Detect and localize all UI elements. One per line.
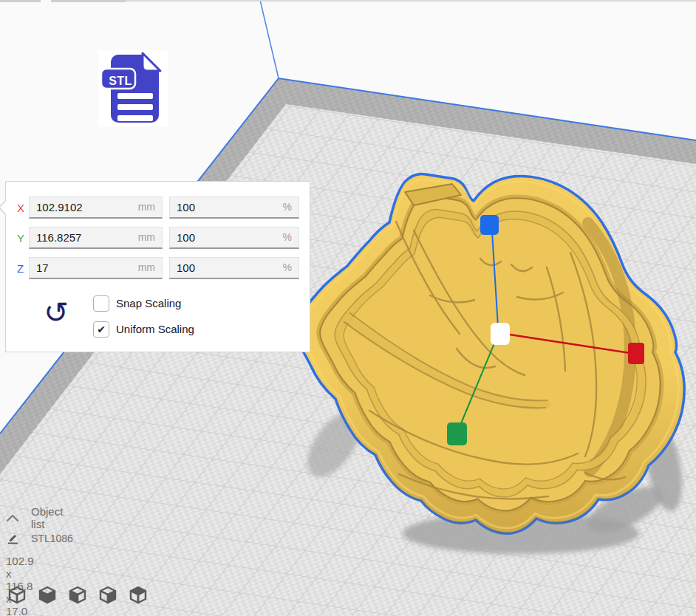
scale-handle-z[interactable] (480, 215, 499, 235)
scale-row-y: Y mm % (6, 227, 310, 250)
z-percent-field: % (169, 257, 299, 279)
stl-document-icon (98, 50, 168, 127)
chevron-up-icon (6, 513, 19, 522)
uniform-scaling-checkbox[interactable]: ✔ (93, 321, 109, 338)
object-list-header[interactable]: Object list (6, 505, 63, 530)
cube-top-icon (67, 584, 88, 606)
scale-handle-center[interactable] (491, 323, 510, 345)
cube-front-icon (37, 584, 58, 606)
y-size-field: mm (29, 227, 163, 249)
view-3d-button[interactable] (6, 584, 28, 607)
snap-scaling-option[interactable]: Snap Scaling (93, 295, 181, 312)
axis-x-label: X (17, 202, 27, 214)
cube-left-icon (98, 584, 118, 606)
axis-z-label: Z (17, 262, 27, 275)
x-size-field: mm (29, 196, 163, 219)
camera-view-toolbar (6, 584, 149, 607)
reset-arrow-icon: ↺ (44, 295, 69, 329)
stl-badge-label: STL (104, 75, 137, 88)
y-size-unit: mm (138, 231, 155, 243)
scale-tool-panel: X mm % Y mm % Z mm (5, 181, 310, 352)
stl-file-icon: STL (98, 50, 168, 127)
z-percent-unit: % (283, 261, 292, 273)
cube-3d-icon (7, 584, 27, 606)
cura-3d-viewport[interactable]: STL X mm % Y mm % (0, 0, 696, 616)
scale-handle-y[interactable] (447, 422, 467, 445)
uniform-scaling-label: Uniform Scaling (116, 323, 194, 335)
view-right-button[interactable] (127, 584, 149, 607)
y-percent-input[interactable] (170, 227, 298, 247)
view-top-button[interactable] (66, 584, 89, 607)
view-left-button[interactable] (97, 584, 119, 607)
snap-scaling-label: Snap Scaling (116, 297, 181, 309)
axis-y-label: Y (17, 232, 27, 244)
panel-arrow-notch (0, 199, 6, 216)
scale-row-z: Z mm % (6, 257, 310, 281)
cube-right-icon (128, 584, 149, 606)
z-size-field: mm (29, 257, 163, 279)
scale-handle-x[interactable] (628, 343, 644, 364)
object-list-title: Object list (31, 505, 63, 530)
object-name: STL1086 (31, 533, 73, 544)
y-percent-field: % (169, 227, 299, 249)
uniform-check-glyph: ✔ (97, 324, 106, 335)
x-percent-input[interactable] (170, 197, 298, 217)
scale-row-x: X mm % (6, 196, 310, 220)
snap-scaling-checkbox[interactable] (93, 295, 109, 312)
reset-scale-button[interactable]: ↺ (40, 295, 72, 330)
x-percent-unit: % (283, 201, 292, 213)
pencil-icon (7, 532, 19, 544)
x-size-unit: mm (138, 201, 155, 213)
x-percent-field: % (169, 196, 299, 219)
z-percent-input[interactable] (170, 258, 298, 278)
object-list-item[interactable]: STL1086 (7, 532, 73, 544)
view-front-button[interactable] (36, 584, 58, 607)
uniform-scaling-option[interactable]: ✔ Uniform Scaling (93, 321, 194, 338)
z-size-unit: mm (138, 261, 155, 273)
y-percent-unit: % (283, 231, 292, 243)
